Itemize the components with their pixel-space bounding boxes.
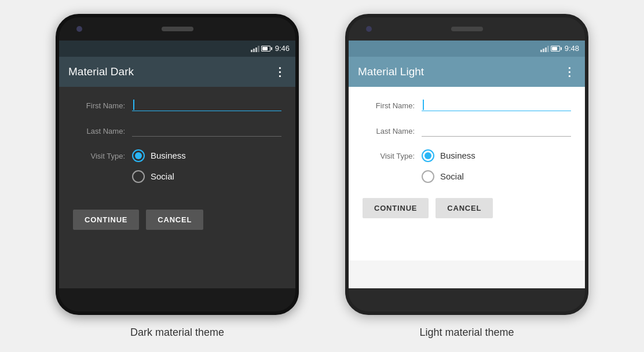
dark-radio-business[interactable]: Business bbox=[132, 149, 186, 162]
light-battery-icon bbox=[551, 46, 560, 52]
dark-last-name-input-wrap bbox=[132, 124, 281, 138]
dark-dialog-buttons: CONTINUE CANCEL bbox=[59, 205, 295, 239]
light-radio-business[interactable]: Business bbox=[422, 149, 475, 162]
dark-form: First Name: Last Name: Visit Type: bbox=[59, 87, 295, 203]
light-status-icons: 9:48 bbox=[540, 44, 579, 53]
light-phone-container: 9:48 Material Light ⋮ First Name: bbox=[345, 14, 588, 339]
light-phone-top bbox=[349, 17, 585, 41]
dark-phone-container: 9:46 Material Dark ⋮ First Name: bbox=[56, 14, 299, 339]
dark-app-bar: Material Dark ⋮ bbox=[59, 57, 295, 87]
light-signal-icon bbox=[540, 45, 549, 52]
dark-last-name-label: Last Name: bbox=[73, 127, 125, 138]
dark-visit-type-label: Visit Type: bbox=[73, 149, 125, 163]
light-continue-button[interactable]: CONTINUE bbox=[363, 198, 429, 218]
dark-radio-business-circle bbox=[132, 149, 145, 162]
light-caption: Light material theme bbox=[419, 327, 514, 339]
light-first-name-input[interactable] bbox=[422, 98, 571, 111]
light-form: First Name: Last Name: Visit Type: bbox=[349, 87, 585, 261]
light-radio-social-circle bbox=[422, 170, 434, 183]
light-radio-social-label: Social bbox=[440, 171, 464, 181]
light-speaker-icon bbox=[451, 27, 483, 31]
dark-first-name-input-wrap bbox=[132, 98, 281, 112]
light-radio-social[interactable]: Social bbox=[422, 170, 475, 183]
light-last-name-input-wrap bbox=[422, 124, 571, 138]
light-screen: 9:48 Material Light ⋮ First Name: bbox=[349, 41, 585, 288]
light-phone: 9:48 Material Light ⋮ First Name: bbox=[345, 14, 588, 315]
light-cancel-button[interactable]: CANCEL bbox=[436, 198, 493, 218]
dark-signal-icon bbox=[251, 45, 259, 52]
light-cursor bbox=[423, 100, 424, 110]
dark-radio-business-label: Business bbox=[151, 151, 186, 160]
dark-screen: 9:46 Material Dark ⋮ First Name: bbox=[59, 41, 295, 288]
light-last-name-row: Last Name: bbox=[363, 124, 571, 138]
dark-cursor bbox=[133, 100, 134, 110]
dark-radio-business-dot bbox=[135, 152, 142, 159]
light-dialog-buttons: CONTINUE CANCEL bbox=[363, 193, 571, 228]
light-first-name-input-wrap bbox=[422, 98, 571, 112]
light-radio-business-dot bbox=[425, 152, 431, 159]
dark-status-bar: 9:46 bbox=[59, 41, 295, 57]
dark-speaker-icon bbox=[162, 27, 193, 31]
light-last-name-input[interactable] bbox=[422, 124, 571, 137]
light-first-name-label: First Name: bbox=[363, 101, 415, 112]
dark-continue-button[interactable]: CONTINUE bbox=[73, 210, 139, 230]
dark-phone: 9:46 Material Dark ⋮ First Name: bbox=[56, 14, 299, 315]
light-radio-business-circle bbox=[422, 149, 434, 162]
dark-first-name-row: First Name: bbox=[73, 98, 281, 112]
dark-camera-icon bbox=[76, 26, 82, 32]
dark-status-icons: 9:46 bbox=[251, 44, 290, 53]
dark-last-name-input[interactable] bbox=[132, 124, 281, 137]
light-menu-icon[interactable]: ⋮ bbox=[564, 66, 576, 78]
light-radio-business-label: Business bbox=[440, 151, 475, 160]
light-camera-icon bbox=[366, 26, 372, 32]
dark-caption: Dark material theme bbox=[130, 327, 224, 339]
dark-app-title: Material Dark bbox=[68, 65, 134, 78]
dark-time: 9:46 bbox=[275, 44, 290, 53]
light-status-bar: 9:48 bbox=[349, 41, 585, 57]
light-app-title: Material Light bbox=[358, 65, 424, 78]
light-visit-type-label: Visit Type: bbox=[363, 149, 415, 163]
dark-menu-icon[interactable]: ⋮ bbox=[274, 66, 286, 78]
dark-first-name-label: First Name: bbox=[73, 101, 125, 112]
dark-battery-icon bbox=[261, 46, 270, 52]
dark-last-name-row: Last Name: bbox=[73, 124, 281, 138]
dark-phone-top bbox=[59, 17, 295, 41]
dark-radio-social-circle bbox=[132, 170, 145, 183]
light-radio-group: Business Social bbox=[422, 149, 475, 191]
light-visit-type-row: Visit Type: Business Social bbox=[363, 149, 571, 191]
dark-radio-group: Business Social bbox=[132, 149, 186, 191]
light-app-bar: Material Light ⋮ bbox=[349, 57, 585, 87]
dark-first-name-input[interactable] bbox=[132, 98, 281, 111]
dark-radio-social[interactable]: Social bbox=[132, 170, 186, 183]
dark-radio-social-label: Social bbox=[151, 171, 174, 181]
dark-visit-type-row: Visit Type: Business Social bbox=[73, 149, 281, 191]
light-first-name-row: First Name: bbox=[363, 98, 571, 112]
light-last-name-label: Last Name: bbox=[363, 127, 415, 138]
phones-row: 9:46 Material Dark ⋮ First Name: bbox=[56, 14, 588, 339]
light-time: 9:48 bbox=[565, 44, 579, 53]
dark-cancel-button[interactable]: CANCEL bbox=[146, 210, 203, 230]
